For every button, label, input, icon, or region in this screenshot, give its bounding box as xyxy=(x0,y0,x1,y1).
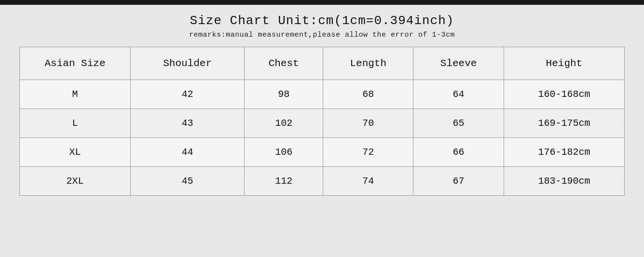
table-cell-chest: 98 xyxy=(245,80,323,109)
table-row: XL441067266176-182cm xyxy=(20,138,625,167)
table-header-sleeve: Sleeve xyxy=(413,47,504,80)
chart-subtitle: remarks:manual measurement,please allow … xyxy=(19,31,625,39)
table-cell-shoulder: 43 xyxy=(131,109,245,138)
table-cell-length: 74 xyxy=(323,167,413,196)
table-cell-height: 160-168cm xyxy=(504,80,624,109)
table-cell-height: 176-182cm xyxy=(504,138,624,167)
table-cell-chest: 112 xyxy=(245,167,323,196)
size-chart-table: Asian SizeShoulderChestLengthSleeveHeigh… xyxy=(19,47,625,196)
table-cell-shoulder: 42 xyxy=(131,80,245,109)
table-cell-shoulder: 45 xyxy=(131,167,245,196)
table-cell-length: 68 xyxy=(323,80,413,109)
table-row: M42986864160-168cm xyxy=(20,80,625,109)
table-cell-asian-size: M xyxy=(20,80,131,109)
table-cell-sleeve: 66 xyxy=(413,138,504,167)
table-cell-chest: 102 xyxy=(245,109,323,138)
table-cell-asian-size: L xyxy=(20,109,131,138)
table-header-shoulder: Shoulder xyxy=(131,47,245,80)
top-bar xyxy=(0,0,644,5)
table-header-asian-size: Asian Size xyxy=(20,47,131,80)
table-cell-chest: 106 xyxy=(245,138,323,167)
table-cell-height: 183-190cm xyxy=(504,167,624,196)
table-header-height: Height xyxy=(504,47,624,80)
table-row: 2XL451127467183-190cm xyxy=(20,167,625,196)
table-cell-height: 169-175cm xyxy=(504,109,624,138)
table-cell-shoulder: 44 xyxy=(131,138,245,167)
table-cell-asian-size: 2XL xyxy=(20,167,131,196)
table-header-length: Length xyxy=(323,47,413,80)
table-cell-length: 70 xyxy=(323,109,413,138)
table-cell-sleeve: 64 xyxy=(413,80,504,109)
header: Size Chart Unit:cm(1cm=0.394inch) remark… xyxy=(19,14,625,39)
table-cell-length: 72 xyxy=(323,138,413,167)
table-cell-sleeve: 65 xyxy=(413,109,504,138)
table-cell-sleeve: 67 xyxy=(413,167,504,196)
table-header-row: Asian SizeShoulderChestLengthSleeveHeigh… xyxy=(20,47,625,80)
table-row: L431027065169-175cm xyxy=(20,109,625,138)
chart-title: Size Chart Unit:cm(1cm=0.394inch) xyxy=(19,14,625,28)
table-header-chest: Chest xyxy=(245,47,323,80)
table-cell-asian-size: XL xyxy=(20,138,131,167)
main-container: Size Chart Unit:cm(1cm=0.394inch) remark… xyxy=(0,5,644,201)
